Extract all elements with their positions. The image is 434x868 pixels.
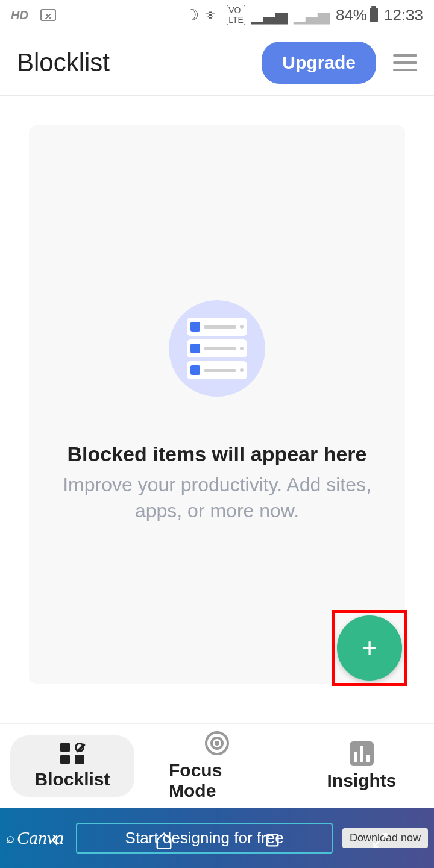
search-icon: ⌕ [6, 829, 14, 846]
insights-icon [350, 741, 374, 766]
hd-indicator: HD [11, 8, 28, 22]
wifi-icon: ᯤ [205, 6, 221, 25]
dnd-icon: ☽ [185, 6, 199, 25]
hamburger-menu-icon[interactable] [393, 54, 417, 71]
plus-icon: + [362, 633, 377, 663]
nav-blocklist-label: Blocklist [34, 769, 110, 790]
battery-icon [370, 8, 378, 22]
target-icon [205, 731, 229, 755]
blocklist-icon [60, 743, 84, 764]
add-fab-button[interactable]: + [337, 615, 402, 681]
battery-text: 84% [336, 6, 367, 25]
ad-brand: Canva [17, 828, 64, 848]
empty-state-card: Blocked items will appear here Improve y… [29, 125, 405, 684]
volte-icon: VOLTE [227, 5, 245, 25]
nav-focus-mode[interactable]: Focus Mode [145, 724, 289, 808]
nav-insights-label: Insights [327, 770, 396, 791]
empty-list-illustration [169, 300, 265, 397]
page-title: Blocklist [17, 48, 262, 77]
fab-highlight-box: + [332, 610, 407, 686]
empty-subtitle: Improve your productivity. Add sites, ap… [29, 472, 405, 524]
gallery-icon [40, 9, 56, 21]
signal-icon: ▁▃▅ [251, 6, 288, 25]
nav-blocklist[interactable]: Blocklist [0, 735, 145, 797]
nav-focus-label: Focus Mode [169, 760, 265, 801]
ad-cta-button[interactable]: Download now [342, 828, 428, 848]
upgrade-button[interactable]: Upgrade [262, 42, 376, 84]
main-content: Blocked items will appear here Improve y… [0, 96, 434, 684]
nav-insights[interactable]: Insights [289, 734, 434, 798]
signal2-icon: ▁▃▅ [294, 6, 330, 25]
bottom-nav: Blocklist Focus Mode Insights [0, 723, 434, 808]
app-header: Blocklist Upgrade [0, 30, 434, 96]
ad-banner[interactable]: ⌕ Canva Start designing for free Downloa… [0, 808, 434, 868]
ad-text: Start designing for free [76, 823, 333, 854]
empty-title: Blocked items will appear here [68, 442, 367, 466]
status-bar: HD ☽ ᯤ VOLTE ▁▃▅ ▁▃▅ 84% 12:33 [0, 0, 434, 30]
clock: 12:33 [384, 6, 423, 25]
